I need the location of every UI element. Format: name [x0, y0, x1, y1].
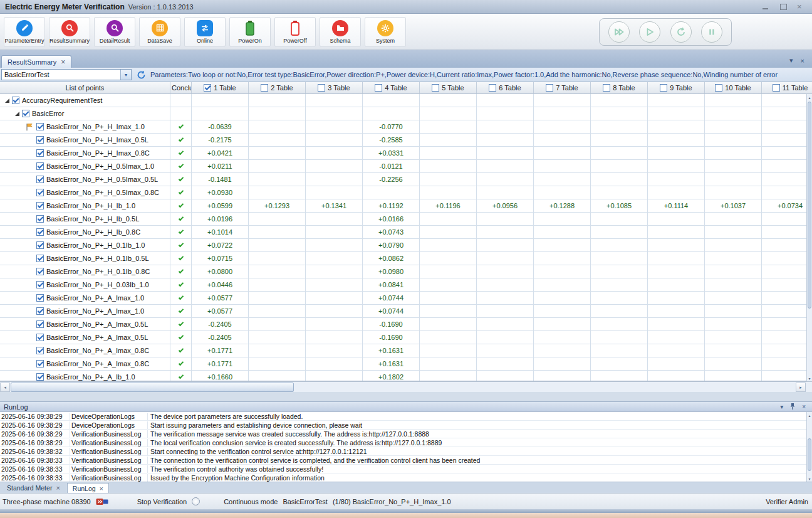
table-row[interactable]: BasicError_No_P+_H_Ib_1.0+0.0599+0.1293+…	[0, 199, 812, 213]
tab-close-icon[interactable]: ×	[56, 484, 60, 492]
column-header-table-9[interactable]: 9 Table	[648, 82, 705, 93]
scroll-up-icon[interactable]: ▴	[807, 94, 812, 100]
table-row[interactable]: BasicError_No_P+_A_Imax_0.8C+0.1771+0.16…	[0, 344, 812, 357]
column-checkbox[interactable]	[261, 84, 268, 92]
toolbar-button-system[interactable]: System	[365, 17, 406, 47]
toolbar-button-parameterentry[interactable]: ParameterEntry	[4, 17, 45, 47]
tabgroup-close-icon[interactable]: ×	[801, 57, 804, 65]
column-checkbox[interactable]	[546, 84, 553, 92]
table-row[interactable]: BasicError_No_P+_A_Imax_1.0+0.0577+0.074…	[0, 292, 812, 305]
toolbar-button-poweroff[interactable]: PowerOff	[274, 17, 316, 47]
column-header-table-10[interactable]: 10 Table	[705, 82, 762, 93]
vertical-scroll-thumb[interactable]	[808, 102, 811, 309]
table-row[interactable]: BasicError_No_P+_A_Imax_0.5L-0.2405-0.16…	[0, 318, 812, 331]
runlog-scroll-thumb[interactable]	[808, 438, 811, 471]
row-checkbox[interactable]	[36, 347, 44, 354]
table-row[interactable]: BasicError_No_P+_H_Imax_0.8C+0.0421+0.03…	[0, 147, 812, 160]
log-row[interactable]: 2025-06-16 09:38:33VerificationBusinessL…	[0, 456, 812, 465]
combobox-dropdown-icon[interactable]: ▾	[120, 70, 131, 80]
toolbar-button-poweron[interactable]: PowerOn	[229, 17, 271, 47]
log-row[interactable]: 2025-06-16 09:38:29VerificationBusinessL…	[0, 438, 812, 447]
row-checkbox[interactable]	[36, 189, 44, 196]
tab-close-icon[interactable]: ×	[61, 58, 65, 66]
minimize-icon[interactable]	[762, 3, 769, 10]
table-row[interactable]: BasicError_No_P+_H_0.1Ib_1.0+0.0722+0.07…	[0, 239, 812, 252]
log-row[interactable]: 2025-06-16 09:38:29DeviceOperationLogsTh…	[0, 412, 812, 421]
scroll-left-icon[interactable]: ◂	[0, 383, 10, 392]
row-checkbox[interactable]	[22, 110, 29, 117]
row-checkbox[interactable]	[36, 149, 44, 157]
row-checkbox[interactable]	[36, 281, 44, 288]
runlog-vertical-scrollbar[interactable]: ▴ ▾	[806, 412, 812, 482]
column-header-table-8[interactable]: 8 Table	[591, 82, 648, 93]
grid-vertical-scrollbar[interactable]: ▴ ▾	[806, 94, 812, 381]
column-checkbox[interactable]	[715, 84, 722, 92]
toolbar-button-schema[interactable]: Schema	[320, 17, 361, 47]
row-checkbox[interactable]	[36, 373, 44, 381]
table-row[interactable]: BasicError	[0, 107, 812, 120]
table-row[interactable]: BasicError_No_P+_H_0.5Imax_0.5L-0.1481-0…	[0, 173, 812, 186]
table-row[interactable]: BasicError_No_P+_A_Imax_0.5L-0.2405-0.16…	[0, 331, 812, 344]
transport-play-button[interactable]	[639, 21, 660, 43]
column-checkbox[interactable]	[432, 84, 439, 92]
table-row[interactable]: BasicError_No_P+_H_0.1Ib_0.8C+0.0800+0.0…	[0, 265, 812, 278]
toolbar-button-detailresult[interactable]: DetailResult	[94, 17, 135, 47]
transport-pause-button[interactable]	[701, 21, 722, 43]
column-header-table-11[interactable]: 11 Table	[762, 82, 812, 93]
toolbar-button-resultsummary[interactable]: ResultSummary	[49, 17, 90, 47]
column-checkbox[interactable]	[603, 84, 610, 92]
table-row[interactable]: BasicError_No_P+_H_0.1Ib_0.5L+0.0715+0.0…	[0, 252, 812, 265]
row-checkbox[interactable]	[36, 123, 44, 130]
row-checkbox[interactable]	[36, 162, 44, 170]
column-header-points[interactable]: List of points	[0, 82, 170, 93]
table-row[interactable]: BasicError_No_P+_A_Imax_0.8C+0.1771+0.16…	[0, 357, 812, 371]
test-type-combobox[interactable]: BasicErrorTest ▾	[1, 69, 132, 80]
table-row[interactable]: AccuracyRequirementTest	[0, 94, 812, 107]
expander-icon[interactable]	[15, 112, 19, 116]
log-row[interactable]: 2025-06-16 09:38:29DeviceOperationLogsSt…	[0, 421, 812, 430]
scroll-down-icon[interactable]: ▾	[807, 475, 812, 482]
maximize-icon[interactable]	[779, 3, 787, 10]
column-header-table-3[interactable]: 3 Table	[306, 82, 363, 93]
pin-icon[interactable]	[789, 403, 796, 411]
table-row[interactable]: BasicError_No_P+_H_Imax_0.5L-0.2175-0.25…	[0, 134, 812, 147]
row-checkbox[interactable]	[36, 320, 44, 328]
table-row[interactable]: BasicError_No_P+_A_Ib_1.0+0.1660+0.1802	[0, 371, 812, 381]
scroll-down-icon[interactable]: ▾	[807, 375, 812, 381]
column-header-table-7[interactable]: 7 Table	[534, 82, 591, 93]
table-row[interactable]: BasicError_No_P+_H_Ib_0.5L+0.0196+0.0166	[0, 213, 812, 226]
column-checkbox[interactable]	[773, 84, 780, 92]
bottom-tab-standard-meter[interactable]: Standard Meter×	[1, 483, 66, 493]
scroll-right-icon[interactable]: ▸	[796, 383, 806, 392]
toolbar-button-datasave[interactable]: DataSave	[139, 17, 180, 47]
table-row[interactable]: BasicError_No_P+_H_0.03Ib_1.0+0.0446+0.0…	[0, 278, 812, 292]
log-row[interactable]: 2025-06-16 09:38:33VerificationBusinessL…	[0, 465, 812, 473]
column-header-table-5[interactable]: 5 Table	[420, 82, 477, 93]
row-checkbox[interactable]	[12, 97, 19, 104]
grid-horizontal-scrollbar[interactable]: ◂ ▸	[0, 381, 812, 392]
toolbar-button-online[interactable]: Online	[184, 17, 226, 47]
row-checkbox[interactable]	[36, 202, 44, 209]
close-icon[interactable]: ×	[797, 3, 804, 10]
scroll-up-icon[interactable]: ▴	[807, 412, 812, 418]
row-checkbox[interactable]	[36, 268, 44, 275]
column-header-table-6[interactable]: 6 Table	[477, 82, 534, 93]
row-checkbox[interactable]	[36, 334, 44, 341]
refresh-icon[interactable]	[136, 70, 146, 80]
row-checkbox[interactable]	[36, 307, 44, 315]
row-checkbox[interactable]	[36, 294, 44, 302]
stop-verification-button[interactable]	[192, 497, 200, 505]
panel-splitter[interactable]	[0, 392, 812, 401]
transport-loop-button[interactable]	[670, 21, 692, 43]
log-row[interactable]: 2025-06-16 09:38:32VerificationBusinessL…	[0, 447, 812, 456]
log-row[interactable]: 2025-06-16 09:38:33VerificationBusinessL…	[0, 473, 812, 482]
tablist-chevron-down-icon[interactable]: ▾	[789, 56, 793, 65]
column-checkbox[interactable]	[318, 84, 325, 92]
table-row[interactable]: BasicError_No_P+_H_0.5Imax_0.8C+0.0930	[0, 186, 812, 199]
column-header-table-1[interactable]: 1 Table	[192, 82, 249, 93]
row-checkbox[interactable]	[36, 176, 44, 183]
table-row[interactable]: BasicError_No_P+_H_0.5Imax_1.0+0.0211-0.…	[0, 160, 812, 173]
row-checkbox[interactable]	[36, 360, 44, 367]
column-header-conclusion[interactable]: Conclu	[170, 82, 192, 93]
column-header-table-2[interactable]: 2 Table	[249, 82, 306, 93]
